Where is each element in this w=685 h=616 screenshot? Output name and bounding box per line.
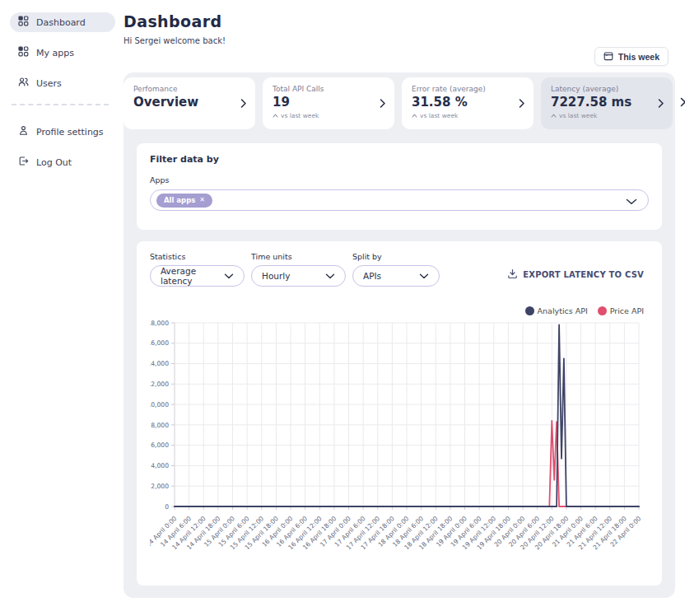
this-week-button[interactable]: This week — [594, 47, 669, 66]
split-by-dropdown[interactable]: APIs — [352, 265, 440, 287]
chevron-right-icon — [519, 96, 525, 111]
chevron-right-icon — [380, 96, 386, 111]
legend-item-price-api[interactable]: Price API — [598, 306, 644, 315]
chip-remove-icon[interactable]: ✕ — [199, 197, 205, 203]
legend-dot-icon — [598, 306, 607, 315]
download-icon — [507, 268, 518, 281]
statistics-value: Average latency — [161, 266, 224, 286]
apps-select-field[interactable]: All apps ✕ — [150, 189, 649, 211]
svg-text:14,000: 14,000 — [150, 360, 169, 367]
sidebar-item-label: My apps — [36, 48, 74, 58]
stat-card-trend: vs last week — [412, 112, 524, 119]
stat-card-label: Total API Calls — [273, 85, 384, 93]
dashboard-panel: Perfomance Overview Total API Calls 19 v… — [123, 72, 675, 598]
this-week-label: This week — [618, 52, 659, 62]
stat-card-label: Error rate (average) — [412, 85, 524, 93]
svg-text:10,000: 10,000 — [150, 401, 169, 408]
chart-controls-row: Statistics Average latency Time units Ho… — [150, 252, 649, 287]
statistics-dropdown[interactable]: Average latency — [150, 265, 245, 287]
grid-icon — [18, 16, 29, 29]
sidebar-item-profile-settings[interactable]: Profile settings — [10, 122, 115, 142]
sidebar: Dashboard My apps Users Profile settings — [0, 0, 123, 598]
sidebar-item-log-out[interactable]: Log Out — [10, 152, 115, 172]
legend-label: Analytics API — [538, 306, 588, 315]
chevron-down-icon — [626, 193, 637, 208]
sidebar-item-label: Log Out — [36, 157, 72, 168]
stat-card-label: Perfomance — [133, 85, 245, 93]
split-by-value: APIs — [363, 271, 381, 281]
sidebar-item-label: Profile settings — [36, 127, 104, 138]
stat-card-trend: vs last week — [551, 112, 663, 119]
legend-dot-icon — [525, 306, 534, 315]
svg-text:6,000: 6,000 — [151, 441, 169, 449]
svg-text:12,000: 12,000 — [150, 380, 169, 388]
chevron-up-icon — [412, 112, 417, 119]
sidebar-item-label: Users — [36, 78, 62, 89]
stat-card-total-api-calls[interactable]: Total API Calls 19 vs last week — [263, 77, 394, 129]
stat-card-trend: vs last week — [273, 112, 384, 119]
chevron-right-icon — [680, 97, 685, 110]
apps-label: Apps — [150, 175, 649, 184]
statistics-control: Statistics Average latency — [150, 252, 245, 287]
chevron-up-icon — [273, 112, 278, 119]
stat-card-value: 7227.58 ms — [551, 95, 663, 110]
export-csv-label: EXPORT LATENCY TO CSV — [523, 270, 644, 279]
svg-text:8,000: 8,000 — [151, 422, 169, 429]
greeting-text: Hi Sergei welcome back! — [123, 36, 226, 45]
time-units-label: Time units — [251, 252, 346, 261]
page-header: Dashboard Hi Sergei welcome back! This w… — [123, 0, 675, 72]
export-csv-button[interactable]: EXPORT LATENCY TO CSV — [502, 268, 649, 282]
statistics-label: Statistics — [150, 252, 245, 261]
all-apps-chip[interactable]: All apps ✕ — [156, 194, 212, 208]
stat-card-value: Overview — [133, 95, 245, 110]
logout-icon — [18, 156, 29, 169]
filter-card: Filter data by Apps All apps ✕ — [137, 143, 662, 230]
chart-legend: Analytics API Price API — [150, 306, 644, 315]
person-icon — [18, 125, 29, 138]
cards-next-button[interactable] — [680, 77, 685, 129]
time-units-control: Time units Hourly — [251, 252, 346, 287]
page-title: Dashboard — [123, 12, 221, 30]
sidebar-divider — [12, 104, 109, 105]
svg-text:18,000: 18,000 — [150, 320, 169, 327]
svg-text:4,000: 4,000 — [151, 462, 169, 469]
stat-card-trend-label: vs last week — [281, 112, 319, 119]
svg-text:2,000: 2,000 — [151, 483, 169, 490]
chevron-right-icon — [240, 96, 247, 111]
users-icon — [18, 77, 29, 90]
chevron-up-icon — [551, 112, 557, 119]
latency-line-chart: 14 April 0:0014 April 6:0014 April 12:00… — [150, 317, 645, 574]
stat-card-value: 31.58 % — [412, 95, 524, 110]
app-root: Dashboard My apps Users Profile settings — [0, 0, 685, 598]
stat-card-latency[interactable]: Latency (average) 7227.58 ms vs last wee… — [541, 77, 673, 129]
chart-card: Statistics Average latency Time units Ho… — [137, 241, 662, 586]
sidebar-item-my-apps[interactable]: My apps — [10, 43, 115, 63]
chevron-down-icon — [419, 271, 429, 281]
stat-cards-row: Perfomance Overview Total API Calls 19 v… — [123, 72, 675, 137]
chevron-right-icon — [658, 96, 664, 111]
chip-label: All apps — [164, 196, 195, 204]
filter-title: Filter data by — [150, 154, 649, 165]
main-area: Dashboard Hi Sergei welcome back! This w… — [123, 0, 685, 598]
sidebar-item-label: Dashboard — [36, 17, 86, 28]
legend-label: Price API — [610, 306, 644, 315]
chevron-down-icon — [325, 271, 335, 281]
legend-item-analytics-api[interactable]: Analytics API — [525, 306, 588, 315]
time-units-dropdown[interactable]: Hourly — [251, 265, 346, 287]
stat-card-error-rate[interactable]: Error rate (average) 31.58 % vs last wee… — [402, 77, 534, 129]
latency-chart: 14 April 0:0014 April 6:0014 April 12:00… — [150, 317, 649, 577]
stat-card-value: 19 — [273, 95, 384, 110]
grid-icon — [18, 46, 29, 59]
stat-card-trend-label: vs last week — [559, 112, 597, 119]
sidebar-item-dashboard[interactable]: Dashboard — [10, 12, 115, 32]
stat-card-label: Latency (average) — [551, 85, 663, 93]
time-units-value: Hourly — [262, 271, 290, 281]
sidebar-item-users[interactable]: Users — [10, 73, 115, 93]
stat-card-trend-label: vs last week — [420, 112, 458, 119]
split-by-control: Split by APIs — [352, 252, 440, 287]
svg-text:0: 0 — [165, 503, 169, 511]
svg-text:16,000: 16,000 — [150, 339, 169, 347]
calendar-icon — [603, 51, 613, 63]
stat-card-performance[interactable]: Perfomance Overview — [123, 77, 255, 129]
split-by-label: Split by — [352, 252, 440, 261]
